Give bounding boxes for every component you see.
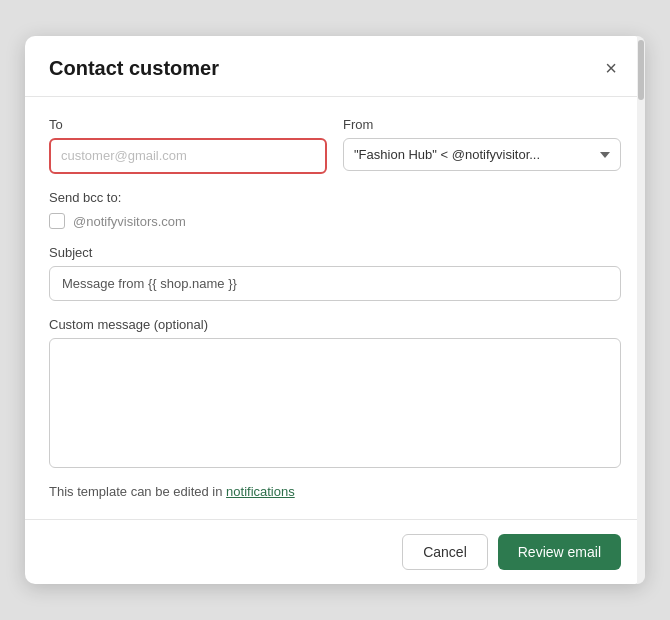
scrollbar-thumb <box>638 40 644 100</box>
cancel-button[interactable]: Cancel <box>402 534 488 570</box>
notifications-link[interactable]: notifications <box>226 484 295 499</box>
modal-body: To customer@gmail.com From "Fashion Hub"… <box>25 97 645 519</box>
custom-message-label: Custom message (optional) <box>49 317 621 332</box>
to-label: To <box>49 117 327 132</box>
bcc-checkbox-row: @notifyvisitors.com <box>49 213 621 229</box>
to-input[interactable]: customer@gmail.com <box>49 138 327 174</box>
custom-message-section: Custom message (optional) <box>49 317 621 468</box>
custom-message-textarea[interactable] <box>49 338 621 468</box>
to-from-row: To customer@gmail.com From "Fashion Hub"… <box>49 117 621 174</box>
to-group: To customer@gmail.com <box>49 117 327 174</box>
bcc-section: Send bcc to: @notifyvisitors.com <box>49 190 621 229</box>
scrollbar[interactable] <box>637 36 645 584</box>
bcc-email: @notifyvisitors.com <box>73 214 186 229</box>
from-label: From <box>343 117 621 132</box>
close-button[interactable]: × <box>601 56 621 80</box>
from-select[interactable]: "Fashion Hub" < @notifyvisitor... <box>343 138 621 171</box>
subject-section: Subject <box>49 245 621 301</box>
subject-input[interactable] <box>49 266 621 301</box>
to-value: customer@gmail.com <box>61 148 187 163</box>
modal-footer: Cancel Review email <box>25 519 645 584</box>
modal-header: Contact customer × <box>25 36 645 97</box>
from-group: From "Fashion Hub" < @notifyvisitor... <box>343 117 621 174</box>
template-note-text: This template can be edited in <box>49 484 222 499</box>
review-email-button[interactable]: Review email <box>498 534 621 570</box>
bcc-label: Send bcc to: <box>49 190 621 205</box>
bcc-checkbox[interactable] <box>49 213 65 229</box>
subject-label: Subject <box>49 245 621 260</box>
contact-customer-modal: Contact customer × To customer@gmail.com… <box>25 36 645 584</box>
template-note: This template can be edited in notificat… <box>49 484 621 499</box>
modal-title: Contact customer <box>49 57 219 80</box>
modal-backdrop: Contact customer × To customer@gmail.com… <box>0 0 670 620</box>
